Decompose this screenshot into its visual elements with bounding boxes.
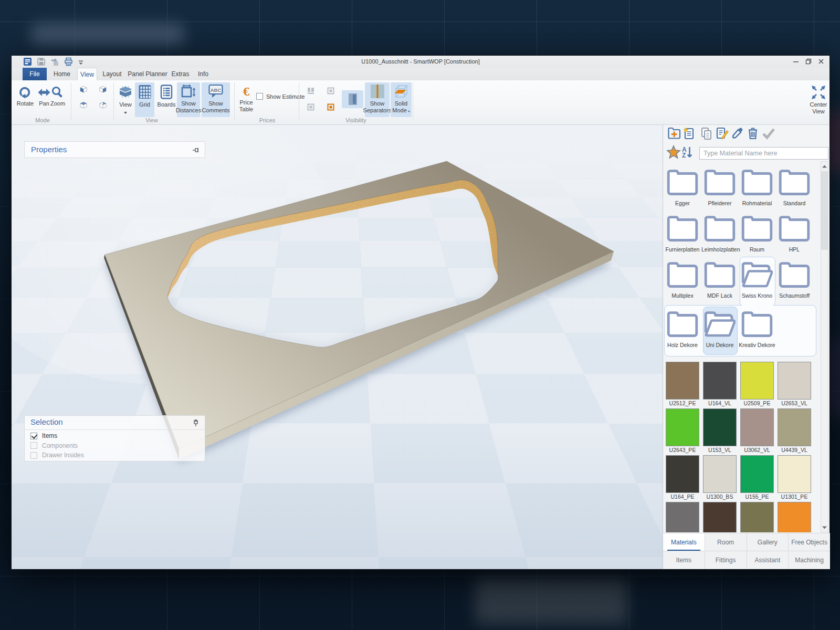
pick-material-button[interactable] [731, 127, 744, 142]
material-swatch[interactable] [703, 502, 737, 532]
folder-standard[interactable]: Standard [776, 167, 813, 206]
properties-panel[interactable]: Properties [24, 141, 205, 158]
app-button[interactable] [23, 57, 32, 68]
panel-tab-assistant[interactable]: Assistant [747, 551, 789, 569]
folder-pfleiderer[interactable]: Pfleiderer [701, 167, 738, 206]
pin-icon[interactable] [192, 146, 200, 156]
folder-furnierplatten[interactable]: Furnierplatten [664, 214, 701, 253]
tab-home[interactable]: Home [47, 68, 77, 80]
material-swatch[interactable]: U1301_PE [778, 455, 811, 500]
material-swatch[interactable]: U164_PE [666, 455, 699, 500]
tab-panel-planner[interactable]: Panel Planner [127, 68, 168, 80]
scroll-up-button[interactable] [822, 162, 827, 170]
selection-option[interactable]: Drawer Insides [30, 452, 84, 459]
show-estimate-checkbox[interactable]: Show Estimate [256, 93, 304, 100]
material-swatch[interactable] [666, 502, 699, 532]
paste-button[interactable] [50, 57, 59, 68]
view-button[interactable]: View [114, 83, 136, 114]
pin-icon[interactable] [192, 419, 200, 429]
subfolder-kreativ-dekore[interactable]: Kreativ Dekore [739, 309, 775, 348]
close-button[interactable] [815, 56, 827, 67]
tab-view[interactable]: View [77, 68, 97, 80]
tab-info[interactable]: Info [193, 68, 214, 80]
selection-option[interactable]: Items [30, 432, 84, 439]
material-swatch[interactable]: U3062_VL [740, 408, 774, 453]
grid-button[interactable]: Grid [135, 82, 154, 117]
visibility-orange-button[interactable] [327, 103, 334, 113]
selection-option[interactable]: Components [30, 442, 84, 449]
zoom-button[interactable]: Zoom [48, 85, 67, 107]
visibility-panel-button[interactable] [342, 90, 363, 108]
edit-material-button[interactable] [715, 127, 729, 142]
material-swatch[interactable]: U153_VL [703, 408, 737, 453]
copy-material-button[interactable] [700, 127, 713, 142]
material-swatch[interactable]: U2509_PE [740, 362, 774, 406]
folder-mdf-lack[interactable]: MDF Lack [701, 260, 738, 299]
folder-rohmaterial[interactable]: Rohmaterial [739, 167, 775, 206]
checkbox[interactable] [30, 433, 37, 439]
subfolder-holz-dekore[interactable]: Holz Dekore [664, 309, 701, 348]
material-swatch[interactable]: U2643_PE [666, 408, 699, 453]
material-swatch[interactable] [740, 502, 774, 532]
minimize-button[interactable] [790, 56, 802, 67]
show-comments-button[interactable]: ABCShowComments [202, 82, 230, 117]
folder-raum[interactable]: Raum [739, 214, 775, 253]
material-swatch[interactable]: U1300_BS [703, 455, 737, 500]
delete-material-button[interactable] [746, 127, 760, 142]
material-swatch[interactable]: U164_VL [703, 362, 737, 406]
print-button[interactable] [64, 57, 73, 68]
center-view-button[interactable]: CenterView [807, 83, 830, 114]
viewport-3d[interactable]: Properties Selection Items Components Dr… [12, 125, 663, 569]
scrollbar-thumb[interactable] [821, 171, 828, 250]
swatch-color [778, 502, 811, 532]
new-folder-button[interactable] [667, 127, 681, 142]
favorites-button[interactable] [666, 145, 681, 162]
selection-panel[interactable]: Selection Items Components Drawer Inside… [24, 415, 205, 461]
save-button[interactable] [37, 57, 46, 68]
folder-hpl[interactable]: HPL [776, 214, 813, 253]
panel-tab-room[interactable]: Room [705, 533, 747, 551]
tab-extras[interactable]: Extras [168, 68, 193, 80]
apply-material-button[interactable] [761, 127, 776, 142]
new-material-button[interactable] [682, 127, 696, 142]
sidebar-tab-row: Items Fittings Assistant Machining [663, 551, 830, 569]
panel-tab-fittings[interactable]: Fittings [705, 551, 747, 569]
rotate-button[interactable]: Rotate [15, 85, 36, 107]
show-separators-button[interactable]: ShowSeparators [365, 82, 390, 117]
visibility-top-bottom-button[interactable] [307, 87, 314, 97]
visibility-inner-button[interactable] [307, 103, 314, 113]
folder-swiss-krono[interactable]: Swiss Krono [739, 260, 775, 299]
checkbox[interactable] [30, 452, 37, 459]
material-swatch[interactable]: U155_PE [740, 455, 774, 500]
boards-button[interactable]: Boards [156, 82, 176, 108]
tab-layout[interactable]: Layout [97, 68, 127, 80]
panel-tab-items[interactable]: Items [663, 551, 705, 569]
folder-schaumstoff[interactable]: Schaumstoff [776, 260, 813, 299]
checkbox[interactable] [30, 442, 37, 449]
material-swatch[interactable]: U4439_VL [778, 408, 811, 453]
subfolder-uni-dekore[interactable]: Uni Dekore [701, 309, 738, 348]
show-distances-button[interactable]: ShowDistances [177, 82, 200, 117]
panel-tab-gallery[interactable]: Gallery [747, 533, 789, 551]
solid-mode-button[interactable]: Solid Mode [391, 82, 412, 117]
view-orientation-cubes[interactable] [80, 86, 109, 109]
qat-more-button[interactable] [78, 58, 84, 68]
checkbox[interactable] [256, 93, 263, 100]
materials-scrollbar[interactable] [821, 161, 828, 532]
restore-button[interactable] [802, 56, 815, 67]
tab-file[interactable]: File [23, 68, 47, 80]
material-swatch[interactable] [778, 502, 811, 532]
panel-tab-free-objects[interactable]: Free Objects [789, 533, 830, 551]
folder-leimholzplatten[interactable]: Leimholzplatten [701, 214, 738, 253]
material-swatch[interactable]: U2653_VL [778, 362, 811, 406]
visibility-frame-button[interactable] [327, 87, 334, 97]
sort-a-z-icon[interactable]: AZ [682, 146, 692, 160]
material-swatch[interactable]: U2512_PE [666, 362, 699, 406]
panel-tab-machining[interactable]: Machining [789, 551, 830, 569]
folder-egger[interactable]: Egger [664, 167, 701, 206]
material-search-input[interactable] [699, 147, 828, 160]
price-table-button[interactable]: €PriceTable [236, 83, 257, 112]
scroll-down-button[interactable] [822, 523, 827, 531]
folder-multiplex[interactable]: Multiplex [664, 260, 701, 299]
panel-tab-materials[interactable]: Materials [663, 533, 705, 551]
